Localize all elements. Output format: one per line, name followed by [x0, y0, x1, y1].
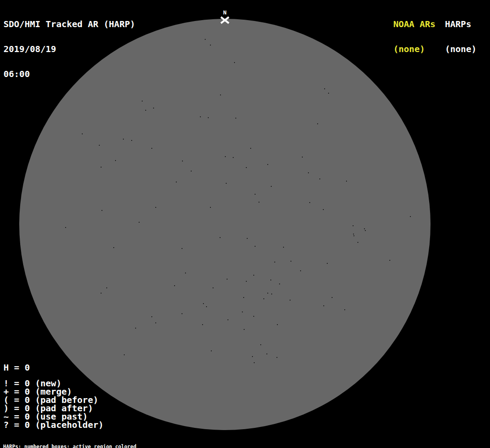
- app-title: SDO/HMI Tracked AR (HARP): [4, 20, 135, 28]
- title-block: SDO/HMI Tracked AR (HARP) 2019/08/19 06:…: [4, 4, 135, 95]
- solar-disk-view: SDO/HMI Tracked AR (HARP) 2019/08/19 06:…: [0, 0, 490, 448]
- noaa-ars-value: (none): [393, 45, 435, 53]
- harp-count-label: H = 0: [4, 364, 30, 372]
- north-cross-icon: [220, 16, 230, 24]
- harps-header: HARPs: [445, 20, 476, 28]
- harps-value: (none): [445, 45, 476, 53]
- footer-block: HARPs: numbered boxes; active region col…: [3, 433, 179, 448]
- time-label: 06:00: [4, 70, 135, 78]
- footer-note-harps: HARPs: numbered boxes; active region col…: [3, 444, 179, 448]
- noaa-ars-block: NOAA ARs (none): [393, 4, 435, 70]
- harps-block: HARPs (none): [445, 4, 476, 70]
- legend-flag-counts: ! = 0 (new)+ = 0 (merge)( = 0 (pad befor…: [4, 379, 104, 429]
- date-label: 2019/08/19: [4, 45, 135, 53]
- noaa-ars-header: NOAA ARs: [393, 20, 435, 28]
- legend-line: ? = 0 (placeholder): [4, 421, 104, 429]
- north-label: N: [221, 10, 228, 15]
